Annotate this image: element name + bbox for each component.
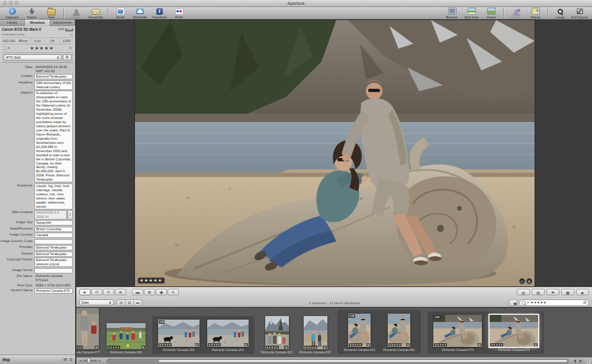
rotate-right-tool-button[interactable]: ↻ (103, 289, 114, 295)
provider-field[interactable]: Edmond Terakopian (34, 245, 73, 250)
source-field[interactable]: Edmond Terakopian (34, 252, 73, 257)
thumbnail-image[interactable]: ★★★★★ ▣ (490, 315, 538, 347)
filmstrip-item[interactable]: ▤▦ ★★★★★ ▣ Richards-Canada-670 (433, 315, 482, 352)
filmstrip-scrollbar[interactable] (107, 359, 569, 363)
scroll-right-button[interactable] (578, 358, 584, 364)
thumbnail-image[interactable]: ▤▦ ★★★★★ ▣ (158, 320, 200, 347)
name-button[interactable]: Name (66, 8, 86, 19)
copyright-field[interactable]: Edmond Terakopian www.pix.org.uk (34, 257, 73, 267)
straighten-tool-button[interactable]: ▬ (132, 289, 143, 295)
scrollbar-thumb[interactable] (158, 359, 568, 363)
creator-field[interactable]: Edmond Terakopian (34, 74, 73, 79)
field-label: Provider: (0, 245, 34, 249)
date-stepper[interactable]: ▲▼ (67, 210, 73, 220)
search-reset-icon[interactable] (583, 301, 587, 304)
places-button[interactable]: Places (526, 8, 545, 19)
rotate-left-tool-button[interactable]: ↺ (91, 289, 102, 295)
thumbnail-image[interactable]: ★★★★★ ▣ (207, 320, 249, 347)
loupe-button[interactable]: Loupe (551, 8, 570, 19)
filmstrip-item[interactable]: ★★★★★ ▣ Richards-Canada-162 (207, 320, 249, 352)
zoom-window-button[interactable] (15, 1, 18, 5)
sort-segment-button[interactable]: ▥ (126, 299, 134, 306)
mobileme-button[interactable]: MobileMe (130, 8, 150, 19)
resize-grip[interactable] (585, 358, 591, 364)
filter-button[interactable]: ▣ (509, 299, 517, 306)
browser-label: Browser (446, 15, 458, 19)
split-mode-button[interactable]: ▦ (561, 289, 574, 295)
sort-segment-button[interactable]: ▬ (134, 299, 142, 306)
filmstrip-item[interactable]: ★★★★★ ▣ Richards-Canada-661 (383, 314, 415, 352)
thumbnail-image[interactable]: ★★★★★ ▣ (388, 314, 410, 347)
filmstrip-item[interactable]: ★★★★★ ▣ Richards-Canada-567 (300, 316, 332, 354)
tab-metadata[interactable]: Metadata (25, 20, 50, 26)
filmstrip-item[interactable]: ▤▦ ★★★★★ ▣ Richards-Canada-661 (343, 314, 375, 352)
close-window-button[interactable] (3, 1, 7, 5)
thumbnail-size-slider[interactable] (76, 360, 104, 362)
filmstrip-item[interactable]: ▤▦ ★★★★★ ▣ Richards-Canada-162 (158, 320, 200, 352)
keywords-button[interactable]: Keywords (86, 8, 105, 19)
filmstrip-item[interactable]: ★★★★★ ▣ Richards-Canada-521 (261, 316, 293, 354)
new-button[interactable]: New (41, 8, 61, 19)
tab-library[interactable]: Library (0, 20, 25, 26)
flag-view-button[interactable]: ⚑ (546, 289, 559, 295)
thumbnail-image[interactable]: ▤▦ ★★★★★ ▣ (433, 315, 482, 347)
stepper-down-icon[interactable]: ▼ (69, 215, 71, 217)
image-country-field[interactable]: Canada (34, 233, 73, 238)
version-name-field[interactable]: Richards-Canada-670 (34, 288, 73, 294)
state-province-field[interactable]: British Columbia (34, 227, 73, 232)
thumbnail-image[interactable]: ▤▦ ★★★★★ ▣ (348, 314, 371, 347)
metadata-action-button[interactable]: ⚙ (63, 54, 72, 60)
filmstrip-item-selected[interactable]: ★★★★★ ▣ Richards-Canada-670 (490, 315, 538, 352)
slider-track[interactable] (83, 360, 97, 362)
headline-field[interactable]: 15th anniversary of the National Lottery (34, 80, 73, 90)
inspector-button[interactable]: Inspector (2, 8, 22, 19)
thumbnail-image[interactable]: ★★★★★ ▣ (107, 323, 146, 349)
retouch-tool-button[interactable]: ✎ (168, 289, 179, 295)
star-rating[interactable]: ★★★★★ (30, 46, 54, 51)
main-photo[interactable]: ★★★★★ ⊙ ⊕ (135, 20, 535, 286)
lift-stamp-tool-button[interactable]: ⊕ (115, 289, 126, 295)
split-view-button[interactable]: Split View (462, 8, 481, 19)
tab-adjustments[interactable]: Adjustments (50, 20, 75, 26)
viewer-mode-button[interactable]: ■ (576, 289, 589, 295)
image-city-field[interactable]: Squamish (34, 220, 73, 226)
map-gear-icon[interactable]: ⚙ (69, 357, 73, 362)
scroll-left-button[interactable] (572, 358, 578, 364)
browser-mode-button[interactable]: ▥ (517, 289, 530, 295)
thumbnail-image[interactable]: ★★★★★ ▣ (304, 316, 327, 349)
date-created-field[interactable]: 04/04/2009 4 A 2009 14 (34, 210, 67, 220)
filmstrip-item[interactable]: ★★★★★ ▣ Richards-Canada-336 (107, 323, 146, 354)
rating-stars[interactable]: – ★★★★★ (10, 46, 69, 51)
viewer-button[interactable]: Viewer (481, 8, 501, 19)
facebook-button[interactable]: Facebook (150, 8, 169, 19)
selection-tool-button[interactable]: ► (79, 289, 91, 295)
full-screen-button[interactable]: Full Screen (570, 8, 590, 19)
slider-knob[interactable] (87, 358, 91, 363)
grid-mode-button[interactable]: ▤ (532, 289, 545, 295)
shutter-speed-value: 1/250 (60, 39, 73, 43)
import-button[interactable]: Import (22, 8, 41, 19)
sort-segment-button[interactable]: ▤ (117, 299, 126, 306)
flickr-button[interactable]: Flickr (169, 8, 189, 19)
filmstrip-item[interactable]: ★★★★★ ▣ Richards-Canada-077 (76, 307, 100, 354)
map-bar[interactable]: Map ▤ ⚙ (0, 355, 75, 364)
crop-tool-button[interactable]: ⊞ (144, 289, 155, 295)
thumbnail-image[interactable]: ★★★★★ ▣ (265, 316, 289, 349)
badge-menu-button[interactable] (3, 46, 10, 50)
country-code-field[interactable] (34, 239, 73, 244)
caption-field[interactable]: A collection of photographs to mark the … (34, 91, 73, 182)
browser-view-button[interactable]: Browser (442, 8, 462, 19)
keywords-field[interactable]: couple, log, lotto, love, marriage, natu… (34, 183, 73, 210)
faces-button[interactable]: Faces (506, 8, 526, 19)
minimize-window-button[interactable] (9, 1, 12, 5)
search-field[interactable]: ★★★★★ (519, 299, 589, 306)
clear-rating-icon[interactable]: – (25, 47, 27, 50)
usage-terms-field[interactable] (34, 268, 73, 273)
map-grid-icon[interactable]: ▤ (63, 357, 67, 362)
metadata-view-select[interactable]: IPTC Edit (4, 54, 62, 60)
flag-icon[interactable]: ⚑ (69, 46, 72, 51)
thumbnail-image[interactable]: ★★★★★ ▣ (76, 307, 99, 349)
sort-select[interactable]: Date (79, 299, 114, 305)
email-button[interactable]: Email (111, 8, 130, 19)
red-eye-tool-button[interactable]: ◉ (156, 289, 167, 295)
